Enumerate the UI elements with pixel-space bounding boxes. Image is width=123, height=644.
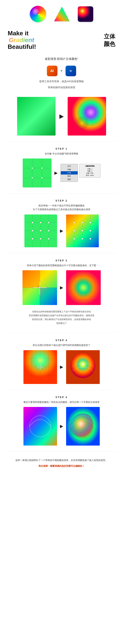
step4b-canvas-b (66, 407, 100, 446)
arrow-right-icon: ▶ (60, 113, 64, 120)
subtitle-main: 迷彩渐变-阶段2"立体颜色" (8, 57, 115, 61)
svg-point-11 (41, 168, 43, 169)
title-left: Make it Gradient Beautiful! (8, 30, 36, 50)
step2-green-canvas (24, 214, 57, 247)
svg-point-40 (73, 230, 75, 232)
divider-5 (6, 390, 117, 390)
step-4a-label: STEP 4 (6, 339, 117, 342)
step-4b-label: STEP 4 (6, 396, 117, 399)
step3-arrow: ▶ (60, 285, 63, 290)
svg-point-42 (90, 230, 91, 232)
svg-point-21 (32, 222, 33, 223)
tool-icons-row: Ai + Br (8, 64, 115, 78)
step-1-desc: 在对象-中认识创建*N阶渐变网格 (6, 152, 117, 156)
svg-point-13 (41, 177, 43, 178)
svg-rect-60 (66, 270, 101, 305)
svg-rect-73 (23, 407, 57, 446)
svg-point-70 (39, 366, 41, 368)
svg-point-27 (32, 238, 33, 240)
step4a-canvas-b (66, 350, 100, 384)
illustrator-icon: Ai (47, 66, 58, 76)
svg-point-10 (32, 168, 33, 169)
title-line2: Beautiful! (8, 44, 36, 50)
svg-marker-0 (54, 7, 69, 21)
svg-point-22 (40, 222, 41, 223)
svg-point-4 (74, 106, 99, 131)
step-1-section: STEP 1 在对象-中认识创建*N阶渐变网格 ▶ 文字 (0, 144, 123, 191)
step-4b-desc: 最后只要用和搭配的颜色一些其余点的颜色，就可以用一个半置的立体渐变 (6, 400, 117, 404)
step3-canvas-a (22, 270, 57, 305)
divider-1 (6, 141, 117, 142)
step-4a-desc: 所以当我们内部多个描点进行调节的时候用颜色做造型了 (6, 343, 117, 347)
tool-desc-line2: 简单的操作创造新的渐变 (8, 84, 115, 90)
svg-point-23 (48, 222, 49, 223)
step-3-images: ▶ (6, 270, 117, 305)
svg-point-72 (70, 353, 95, 378)
svg-point-41 (81, 230, 83, 232)
step-1-images: ▶ 文字 对象 扩展 描边 图层 创建渐变网格 行数: 4 列数: 4 外观: … (6, 158, 117, 188)
title-right-text: 立体 颜色 (104, 32, 115, 48)
svg-point-57 (46, 287, 47, 288)
svg-point-12 (32, 177, 33, 178)
step-4a-images: ▶ (6, 350, 117, 384)
footer-line2: 再次强调：着重强调的选定范围可以编辑的！ (6, 464, 117, 468)
step4a-arrow: ▶ (60, 364, 63, 370)
step-4b-images: ▶ (6, 407, 117, 446)
hero-circle-icon (30, 6, 46, 22)
step2-gradient-canvas (66, 214, 99, 247)
svg-rect-50 (40, 288, 57, 305)
footer-emphasis: 再次强调：着重强调的选定范围可以编辑的！ (38, 465, 85, 467)
svg-point-45 (90, 238, 91, 240)
title-line1: Make it (8, 30, 36, 37)
step1-arrow: ▶ (54, 170, 58, 176)
svg-point-24 (32, 230, 33, 232)
step-1-label: STEP 1 (6, 147, 117, 150)
step1-menu: 文字 对象 扩展 描边 图层 (61, 164, 78, 182)
step3-canvas-b (66, 270, 101, 305)
title-right: 立体 颜色 (104, 32, 115, 48)
divider-2 (6, 193, 117, 194)
demo-rainbow-image (68, 97, 106, 136)
title-section: Make it Gradient Beautiful! 立体 颜色 (0, 26, 123, 54)
step-3-section: STEP 3 简单介绍下颜色的渐变范围根据描点中十字贝塞尔曲线来的，见下图 (0, 255, 123, 331)
step-3-label: STEP 3 (6, 259, 117, 262)
step-2-images: ▶ (6, 214, 117, 247)
step3-explanation: 当移动点的时候粗细范围范围着上下这个平衡仿的移动发生变化 而其周围区域范围超出边… (6, 308, 117, 327)
svg-point-59 (39, 294, 40, 295)
divider-3 (6, 253, 117, 253)
step4a-canvas-a (23, 350, 57, 384)
svg-rect-5 (23, 158, 52, 188)
svg-rect-48 (40, 270, 57, 288)
step-4a-section: STEP 4 所以当我们内部多个描点进行调节的时候用颜色做造型了 (0, 335, 123, 388)
svg-point-28 (40, 238, 41, 240)
svg-point-76 (70, 413, 96, 441)
svg-point-38 (81, 222, 83, 223)
svg-point-58 (39, 280, 40, 282)
svg-point-56 (32, 287, 34, 288)
step1-green-canvas (23, 158, 52, 188)
step1-dialog: 创建渐变网格 行数: 4 列数: 4 外观: 平坦 高光: 100% (79, 164, 101, 178)
demo-section: ▶ (0, 93, 123, 140)
svg-point-37 (73, 222, 75, 223)
step-2-label: STEP 2 (6, 199, 117, 202)
svg-point-26 (48, 230, 49, 232)
subtitle-section: 迷彩渐变-阶段2"立体颜色" Ai + Br 使用工具非常简单，就是Ai中的渐变… (0, 54, 123, 93)
hero-square-icon (78, 6, 93, 22)
step-2-section: STEP 2 然后单独一一对各个描点不同位置和偏移颜色 为了方便我将先使用描点工… (0, 195, 123, 251)
step-2-desc: 然后单独一一对各个描点不同位置和偏移颜色 为了方便我将先使用描点工具对描点形态和… (6, 204, 117, 212)
tool-desc-line1: 使用工具非常简单，就是Ai中的渐变网格 (8, 78, 115, 84)
divider-6 (6, 451, 117, 452)
hero-triangle-icon (54, 6, 70, 22)
plus-icon: + (60, 68, 63, 73)
title-gradient-word: Gradient (8, 37, 36, 44)
step2-arrow: ▶ (60, 228, 63, 234)
bridge-icon: Br (65, 66, 76, 76)
svg-rect-1 (78, 6, 93, 22)
svg-point-43 (73, 238, 75, 240)
svg-rect-47 (22, 270, 40, 288)
svg-rect-2 (17, 97, 56, 136)
footer-section: 这样一来我们就搞明白了一个简单的不规则颜色渐变，并且有用颜色做了嵌入造型的造型。… (0, 454, 123, 473)
step1-menu-panel: 文字 对象 扩展 描边 图层 创建渐变网格 行数: 4 列数: 4 外观: 平坦… (61, 164, 101, 182)
svg-point-44 (81, 238, 83, 240)
svg-rect-49 (22, 288, 40, 305)
